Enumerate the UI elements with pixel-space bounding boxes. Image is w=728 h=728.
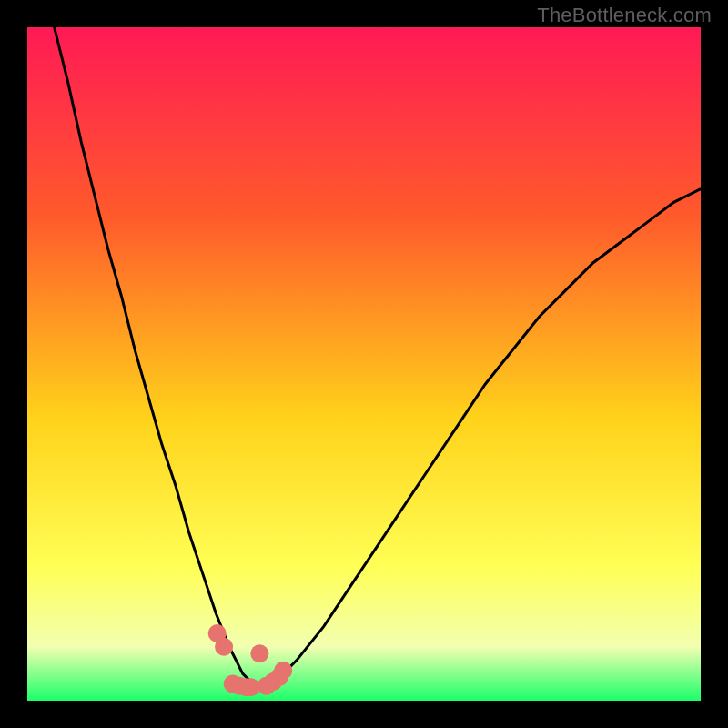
dot bbox=[242, 678, 260, 696]
watermark-text: TheBottleneck.com bbox=[537, 4, 712, 27]
dot bbox=[215, 638, 233, 656]
background-gradient bbox=[27, 27, 701, 701]
plot-area bbox=[27, 27, 701, 701]
dot bbox=[250, 644, 268, 662]
chart-frame: TheBottleneck.com bbox=[0, 0, 728, 728]
plot-svg bbox=[27, 27, 701, 701]
dot bbox=[274, 662, 292, 680]
